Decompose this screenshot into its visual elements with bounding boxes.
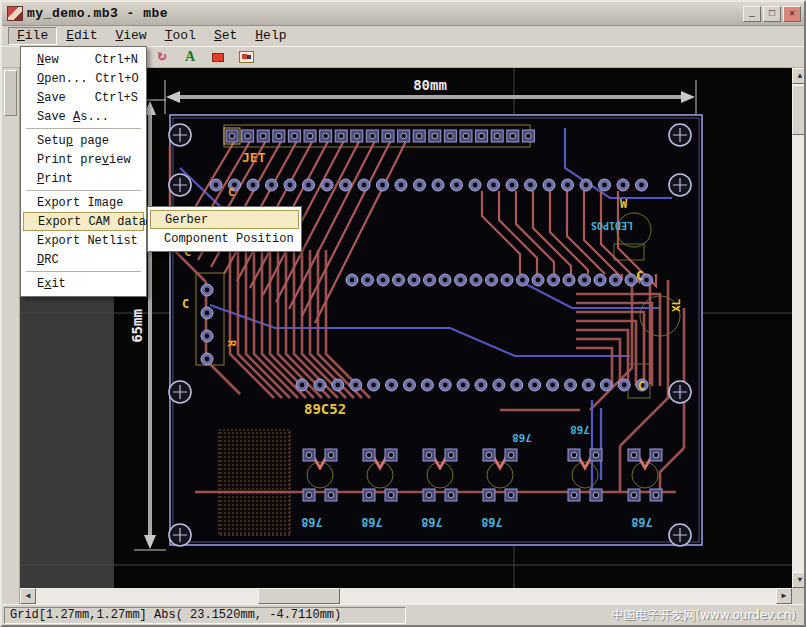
menu-set[interactable]: Set <box>205 27 246 45</box>
menu-item-export-image[interactable]: Export Image <box>23 193 144 212</box>
app-window: my_demo.mb3 - mbe _ □ ✕ File Edit View T… <box>0 0 806 627</box>
menu-item-save-as[interactable]: Save As... <box>23 107 144 126</box>
grid-readout: Grid[1.27mm,1.27mm] Abs( 23.1520mm, -4.7… <box>4 607 406 624</box>
silk-label: JET <box>242 150 266 165</box>
menu-item-open[interactable]: Open...Ctrl+O <box>23 69 144 88</box>
dim-width-label: 80mm <box>413 77 447 93</box>
watermark-text: 中国电子开发网(www.ourdev.cn) <box>612 607 802 624</box>
export-cam-submenu: Gerber Component Position <box>147 206 302 252</box>
submenu-item-gerber[interactable]: Gerber <box>150 210 299 229</box>
scroll-left-button[interactable]: ◀ <box>20 588 36 604</box>
minimize-button[interactable]: _ <box>743 6 761 22</box>
horizontal-scroll-thumb[interactable] <box>258 588 340 604</box>
silk-label: 768 <box>301 515 323 529</box>
silk-label: LED1POS <box>591 220 633 231</box>
menu-item-new[interactable]: NewCtrl+N <box>23 50 144 69</box>
rotate-icon[interactable]: ↻ <box>152 48 172 66</box>
menu-item-export-cam-data[interactable]: Export CAM data▶ <box>23 212 144 231</box>
menu-item-export-netlist[interactable]: Export Netlist <box>23 231 144 250</box>
menu-view[interactable]: View <box>106 27 155 45</box>
file-menu-popup: NewCtrl+N Open...Ctrl+O SaveCtrl+S Save … <box>20 46 147 297</box>
silk-label: 768 <box>512 431 532 444</box>
menu-file[interactable]: File <box>8 27 57 45</box>
text-tool-icon[interactable]: A <box>180 48 200 66</box>
menu-separator <box>26 128 141 129</box>
scroll-up-button[interactable]: ▲ <box>792 68 806 84</box>
flag-icon[interactable] <box>208 48 228 66</box>
menu-item-save[interactable]: SaveCtrl+S <box>23 88 144 107</box>
silk-label: 768 <box>570 423 590 436</box>
silk-label: C <box>228 186 235 199</box>
silk-label: C <box>182 297 189 311</box>
menu-edit[interactable]: Edit <box>57 27 106 45</box>
dim-height-label: 65mm <box>129 309 145 343</box>
silk-label: R <box>225 340 238 347</box>
silk-label: 768 <box>631 515 653 529</box>
silk-label: C <box>636 269 643 283</box>
menu-bar: File Edit View Tool Set Help <box>2 26 804 46</box>
menu-item-drc[interactable]: DRC <box>23 250 144 269</box>
image-icon[interactable] <box>236 48 256 66</box>
menu-tool[interactable]: Tool <box>156 27 205 45</box>
silk-label: 89C52 <box>304 401 346 417</box>
menu-help[interactable]: Help <box>246 27 295 45</box>
title-bar: my_demo.mb3 - mbe _ □ ✕ <box>2 2 804 26</box>
left-dock-strip <box>2 68 20 604</box>
silk-label: 768 <box>421 515 443 529</box>
vertical-scrollbar[interactable]: ▲ ▼ <box>792 68 806 588</box>
silk-label: 768 <box>481 515 503 529</box>
maximize-button[interactable]: □ <box>763 6 781 22</box>
close-button[interactable]: ✕ <box>783 6 801 22</box>
menu-item-print[interactable]: Print <box>23 169 144 188</box>
scroll-right-button[interactable]: ▶ <box>776 588 792 604</box>
submenu-item-component-position[interactable]: Component Position <box>150 229 299 248</box>
silk-label: W <box>620 197 628 211</box>
horizontal-scrollbar[interactable]: ◀ ▶ <box>20 588 792 604</box>
menu-item-print-preview[interactable]: Print preview <box>23 150 144 169</box>
menu-separator <box>26 271 141 272</box>
silk-label: C <box>638 379 645 393</box>
window-title: my_demo.mb3 - mbe <box>27 6 168 21</box>
vertical-scroll-thumb[interactable] <box>792 85 806 135</box>
menu-item-exit[interactable]: Exit <box>23 274 144 293</box>
silk-label: XL <box>670 298 683 312</box>
dock-grip[interactable] <box>4 70 17 116</box>
scrollbar-corner <box>792 588 806 604</box>
menu-item-setup-page[interactable]: Setup page <box>23 131 144 150</box>
silk-label: 768 <box>361 515 383 529</box>
scroll-down-button[interactable]: ▼ <box>792 572 806 588</box>
menu-separator <box>26 190 141 191</box>
app-icon <box>7 6 23 21</box>
status-bar: Grid[1.27mm,1.27mm] Abs( 23.1520mm, -4.7… <box>2 604 804 625</box>
